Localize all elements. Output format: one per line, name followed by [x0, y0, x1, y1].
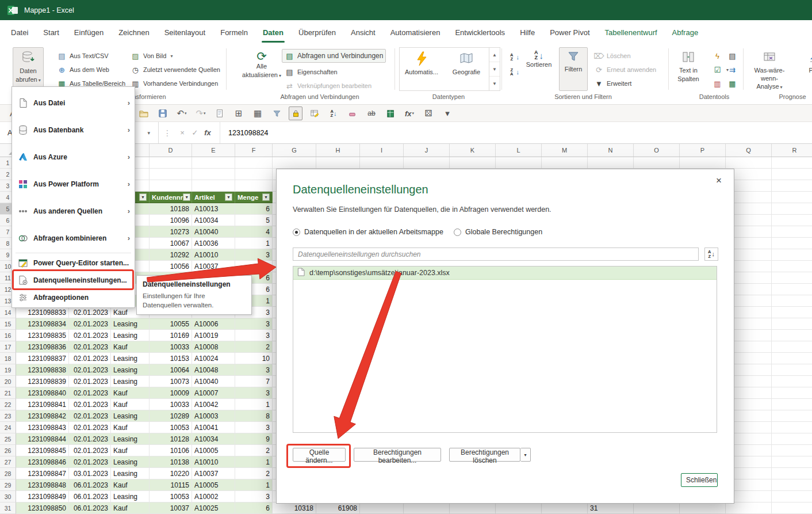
cell-R6[interactable] — [772, 215, 812, 226]
sort-ascending-button[interactable]: AZ↓ — [508, 51, 521, 63]
cell-A17[interactable]: 1231098836 — [16, 341, 69, 353]
cell-M1[interactable] — [542, 157, 588, 169]
cell-C17[interactable]: Kauf — [111, 341, 150, 353]
cell-D26[interactable]: 10106 — [150, 445, 192, 456]
row-header-17[interactable]: 17 — [0, 341, 16, 353]
edit-links-button[interactable]: ⇄Verknüpfungen bearbeiten — [282, 79, 374, 92]
cell-D27[interactable]: 10138 — [150, 456, 192, 468]
gallery-more-icon[interactable]: ▼ — [489, 77, 500, 90]
cell-F10[interactable]: 3 — [235, 261, 273, 272]
cancel-icon[interactable]: × — [176, 128, 189, 137]
tab-überprüfen[interactable]: Überprüfen — [291, 20, 343, 45]
column-header-i[interactable]: I — [360, 144, 404, 157]
cell-R10[interactable] — [772, 261, 812, 272]
cell-Q1[interactable] — [726, 157, 772, 169]
cell-B14[interactable]: 02.01.2023 — [69, 307, 111, 318]
cell-C30[interactable]: Leasing — [111, 491, 150, 502]
column-header-e[interactable]: E — [192, 144, 235, 157]
cell-F20[interactable]: 7 — [235, 376, 273, 387]
geography-data-type-tile[interactable]: Geografie — [446, 48, 487, 90]
cell-E2[interactable] — [192, 169, 235, 180]
clear-permissions-dropdown-icon[interactable]: ▾ — [520, 448, 531, 462]
cell-M31[interactable] — [542, 502, 588, 514]
row-header-20[interactable]: 20 — [0, 376, 16, 387]
cell-E25[interactable]: A10034 — [192, 433, 235, 445]
reapply-filter-button[interactable]: ⟳Erneut anwenden — [591, 63, 659, 76]
cell-R27[interactable] — [772, 456, 812, 468]
cell-A25[interactable]: 1231098844 — [16, 433, 69, 445]
column-header-m[interactable]: M — [542, 144, 588, 157]
cell-B15[interactable]: 02.01.2023 — [69, 318, 111, 330]
cell-A15[interactable]: 1231098834 — [16, 318, 69, 330]
menu-item-aus-datei[interactable]: Aus Datei› — [12, 89, 135, 116]
row-header-18[interactable]: 18 — [0, 353, 16, 364]
cell-B30[interactable]: 06.01.2023 — [69, 491, 111, 502]
cell-F29[interactable]: 1 — [235, 479, 273, 491]
clear-permissions-button[interactable]: Berechtigungen löschen — [449, 448, 520, 462]
row-header-24[interactable]: 24 — [0, 422, 16, 433]
cell-B28[interactable]: 03.01.2023 — [69, 468, 111, 479]
cell-D6[interactable]: 10096 — [150, 215, 192, 226]
cell-A14[interactable]: 1231098833 — [16, 307, 69, 318]
filter-dropdown-icon[interactable]: ▼ — [183, 193, 190, 201]
cell-C25[interactable]: Leasing — [111, 433, 150, 445]
row-header-29[interactable]: 29 — [0, 479, 16, 491]
cell-E15[interactable]: A10006 — [192, 318, 235, 330]
cell-E7[interactable]: A10040 — [192, 226, 235, 238]
cell-A23[interactable]: 1231098842 — [16, 410, 69, 422]
cell-F17[interactable]: 2 — [235, 341, 273, 353]
cell-G1[interactable] — [273, 157, 316, 169]
cell-D5[interactable]: 10188 — [150, 203, 192, 215]
data-source-list[interactable]: d:\temp\sonstiges\umsätze\januar-2023.xl… — [293, 266, 717, 433]
cell-B16[interactable]: 02.01.2023 — [69, 330, 111, 341]
cell-B29[interactable]: 06.01.2023 — [69, 479, 111, 491]
cell-R8[interactable] — [772, 238, 812, 249]
from-web-button[interactable]: ⊕Aus dem Web — [54, 63, 112, 76]
cell-G31[interactable]: 10318 — [273, 502, 316, 514]
menu-item-aus-datenbank[interactable]: Aus Datenbank› — [12, 116, 135, 143]
cell-R21[interactable] — [772, 387, 812, 399]
cell-E16[interactable]: A10019 — [192, 330, 235, 341]
cell-D25[interactable]: 10128 — [150, 433, 192, 445]
cell-R12[interactable] — [772, 284, 812, 295]
cell-A18[interactable]: 1231098837 — [16, 353, 69, 364]
cell-J31[interactable] — [404, 502, 450, 514]
cell-C31[interactable]: Kauf — [111, 502, 150, 514]
cell-E24[interactable]: A10041 — [192, 422, 235, 433]
cell-D16[interactable]: 10169 — [150, 330, 192, 341]
cell-A16[interactable]: 1231098835 — [16, 330, 69, 341]
row-header-15[interactable]: 15 — [0, 318, 16, 330]
table-edit-icon[interactable] — [308, 106, 321, 120]
column-header-l[interactable]: L — [496, 144, 542, 157]
cell-D22[interactable]: 10033 — [150, 399, 192, 410]
cell-F24[interactable]: 3 — [235, 422, 273, 433]
cell-D30[interactable]: 10053 — [150, 491, 192, 502]
cell-A31[interactable]: 1231098850 — [16, 502, 69, 514]
filter-dropdown-icon[interactable]: ▼ — [139, 193, 147, 201]
row-header-25[interactable]: 25 — [0, 433, 16, 445]
menu-item-abfragen-kombinieren[interactable]: Abfragen kombinieren› — [12, 224, 135, 252]
sort-icon[interactable]: AZ↓ — [327, 106, 340, 120]
cell-R26[interactable] — [772, 445, 812, 456]
cell-B20[interactable]: 02.01.2023 — [69, 376, 111, 387]
cell-R24[interactable] — [772, 422, 812, 433]
close-icon[interactable]: × — [712, 174, 726, 188]
cell-C20[interactable]: Leasing — [111, 376, 150, 387]
cell-D31[interactable]: 10037 — [150, 502, 192, 514]
row-header-31[interactable]: 31 — [0, 502, 16, 514]
qat-overflow-icon[interactable]: ▾ — [441, 106, 454, 120]
cell-E23[interactable]: A10003 — [192, 410, 235, 422]
cell-F8[interactable]: 1 — [235, 238, 273, 249]
row-header-27[interactable]: 27 — [0, 456, 16, 468]
cell-B25[interactable]: 02.01.2023 — [69, 433, 111, 445]
clear-filter-button[interactable]: ⌦Löschen — [591, 50, 634, 62]
tab-daten[interactable]: Daten — [255, 20, 291, 45]
cell-L31[interactable] — [496, 502, 542, 514]
get-data-button[interactable]: Daten abrufen▾ — [13, 47, 44, 91]
insert-function-icon[interactable]: fx — [201, 128, 214, 137]
row-header-23[interactable]: 23 — [0, 410, 16, 422]
cell-F18[interactable]: 10 — [235, 353, 273, 364]
gallery-up-icon[interactable]: ▲ — [489, 48, 500, 62]
cell-C21[interactable]: Kauf — [111, 387, 150, 399]
cell-E10[interactable]: A10037 — [192, 261, 235, 272]
